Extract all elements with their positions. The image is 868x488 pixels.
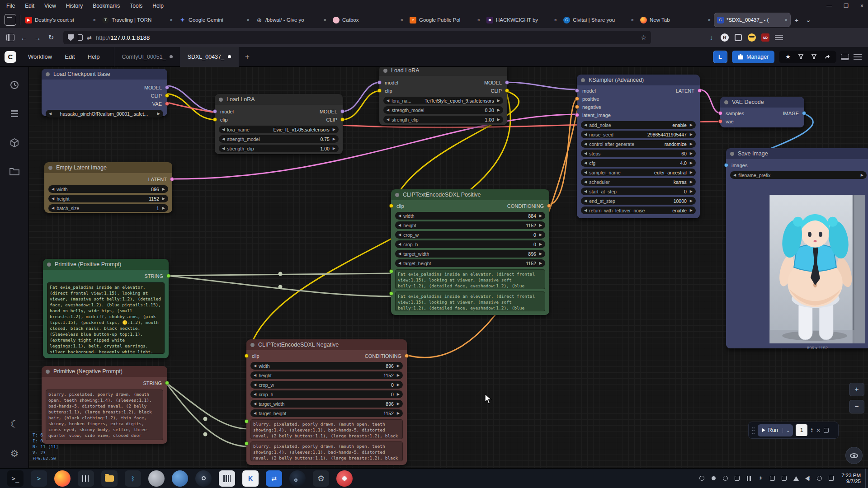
tab-catbox[interactable]: Catbox ×	[330, 13, 406, 27]
new-workflow-button[interactable]: +	[239, 52, 256, 61]
close-tab-icon[interactable]: ×	[631, 17, 634, 23]
text-l-preview[interactable]: Fat evie_paladins inside an elevator, (d…	[395, 291, 545, 311]
tray-monitor-icon[interactable]	[828, 475, 834, 481]
new-tab-button[interactable]: +	[791, 14, 802, 26]
close-tab-icon[interactable]: ×	[785, 17, 788, 23]
widget-control-after-generate[interactable]: control after generaterandomize	[581, 140, 696, 148]
node-load-lora-1[interactable]: Load LoRA modelMODEL clipCLIP lora_nameE…	[215, 94, 343, 154]
output-port-vae[interactable]	[165, 102, 169, 106]
collapse-dot-icon[interactable]	[46, 370, 50, 374]
collapse-dot-icon[interactable]	[395, 193, 399, 197]
tab-civitai[interactable]: C Civitai | Share you ×	[561, 13, 637, 27]
zoom-out-button[interactable]: −	[849, 400, 864, 413]
input-port-vae[interactable]	[718, 119, 722, 123]
widget-sampler-name[interactable]: sampler_nameeuler_ancestral	[581, 169, 696, 176]
settings-app-icon[interactable]: ⚙	[313, 470, 329, 487]
tray-user-icon[interactable]	[699, 475, 705, 481]
widget-return-with-leftover-noise[interactable]: return_with_leftover_noiseenable	[581, 206, 696, 214]
widget-noise-seed[interactable]: noise_seed298654411905447	[581, 131, 696, 138]
forward-button[interactable]: →	[31, 31, 44, 44]
tracking-shield-icon[interactable]	[68, 34, 74, 41]
widget-crop-w[interactable]: crop_w0	[395, 231, 545, 239]
tray-usb-icon[interactable]	[769, 475, 775, 481]
collapse-dot-icon[interactable]	[383, 69, 387, 73]
widget-width[interactable]: width884	[395, 212, 545, 220]
show-desktop-button[interactable]	[865, 469, 868, 488]
models-icon[interactable]	[6, 135, 23, 151]
widget-width[interactable]: width896	[48, 185, 168, 193]
widget-width[interactable]: width896	[250, 362, 403, 370]
input-port-clip[interactable]	[245, 354, 249, 358]
tray-paw-icon[interactable]	[711, 475, 717, 481]
custom-nodes-icon[interactable]	[798, 54, 804, 60]
widget-crop-h[interactable]: crop_h0	[250, 390, 403, 398]
positive-prompt-text[interactable]: Fat evie_paladins inside an elevator, (d…	[47, 282, 165, 354]
batch-count-input[interactable]: 1	[796, 424, 807, 436]
widget-target-height[interactable]: target_height1152	[250, 409, 403, 417]
menu-history[interactable]: History	[66, 3, 83, 9]
widget-lora-name[interactable]: lora_na...TeiTeiStyle_epoch_9.safetensor…	[383, 97, 503, 104]
queue-icon[interactable]	[6, 105, 23, 122]
file-manager-icon[interactable]	[101, 470, 118, 487]
tray-chat-icon[interactable]	[734, 475, 740, 481]
close-tab-icon[interactable]: ×	[324, 17, 326, 23]
widget-batch-size[interactable]: batch_size1	[48, 204, 168, 212]
widget-cfg[interactable]: cfg4.0	[581, 159, 696, 167]
node-save-image[interactable]: Save Image images filename_prefix	[726, 148, 868, 348]
output-port-clip[interactable]	[165, 94, 169, 98]
comfy-menu-icon[interactable]	[854, 54, 862, 60]
node-load-lora-2[interactable]: Load LoRA modelMODEL clipCLIP lora_na...…	[379, 67, 507, 125]
widget-target-width[interactable]: target_width896	[250, 400, 403, 408]
collapse-dot-icon[interactable]	[581, 78, 585, 82]
comfyui-logo[interactable]: C	[5, 51, 16, 63]
l-badge-button[interactable]: L	[713, 51, 727, 63]
settings-gear-icon[interactable]: ⚙	[6, 446, 23, 462]
bluetooth-icon[interactable]: ᛒ	[125, 470, 141, 487]
workflow-tab-sdxl-00437[interactable]: SDXL_00437_	[180, 47, 239, 67]
close-tab-icon[interactable]: ×	[554, 17, 557, 23]
widget-strength-model[interactable]: strength_model0.30	[383, 106, 503, 114]
url-bar[interactable]: ⇄ http://127.0.0.1:8188 ☆	[63, 31, 651, 44]
manager-button[interactable]: Manager	[732, 51, 774, 63]
steam-running-icon[interactable]	[289, 470, 306, 487]
output-port-string[interactable]	[166, 274, 170, 278]
menu-edit[interactable]: Edit	[25, 3, 34, 9]
output-port-model[interactable]	[505, 80, 509, 84]
input-port-text-g[interactable]	[245, 419, 249, 423]
clear-queue-icon[interactable]: ✕	[816, 427, 821, 434]
node-vae-decode[interactable]: VAE Decode samplesIMAGE vae	[720, 97, 804, 127]
collapse-dot-icon[interactable]	[47, 263, 51, 267]
input-port-clip[interactable]	[389, 204, 393, 208]
extension-r-icon[interactable]: R	[719, 32, 731, 43]
output-port-clip[interactable]	[340, 117, 344, 122]
extension-emoji-icon[interactable]	[746, 32, 758, 43]
menu-view[interactable]: View	[44, 3, 56, 9]
widget-add-noise[interactable]: add_noiseenable	[581, 121, 696, 129]
workflow-tab-comfyui-00051[interactable]: ComfyUI_00051_	[114, 47, 179, 67]
tray-updates-icon[interactable]	[816, 475, 822, 481]
input-port-text-l[interactable]	[245, 441, 249, 446]
tab-gemini[interactable]: ✦ Google Gemini ×	[176, 13, 252, 27]
toggle-link-visibility-button[interactable]	[845, 447, 863, 464]
media-app-icon[interactable]	[336, 470, 353, 487]
output-port-image[interactable]	[802, 111, 806, 115]
reload-button[interactable]: ↻	[44, 31, 58, 44]
output-port-model[interactable]	[340, 109, 344, 113]
tab-comfyui-active[interactable]: C *SDXL_00437_ - ( ×	[714, 13, 790, 27]
run-button[interactable]: Run ⌄	[758, 424, 793, 436]
widget-height[interactable]: height1152	[48, 195, 168, 202]
comfy-menu-help[interactable]: Help	[81, 53, 106, 60]
missing-nodes-icon[interactable]	[811, 54, 817, 60]
input-port-negative[interactable]	[575, 105, 579, 109]
firefox-taskbar-icon[interactable]	[54, 470, 71, 487]
extension-ud-icon[interactable]: UD	[760, 32, 771, 43]
tray-globe-icon[interactable]	[722, 475, 728, 481]
widget-strength-clip[interactable]: strength_clip1.00	[383, 116, 503, 123]
collapse-dot-icon[interactable]	[46, 72, 50, 76]
close-tab-icon[interactable]: ×	[477, 17, 480, 23]
permissions-icon[interactable]: ⇄	[87, 34, 92, 41]
output-port-clip[interactable]	[505, 89, 509, 93]
close-tab-icon[interactable]: ×	[170, 17, 173, 23]
collapse-dot-icon[interactable]	[724, 100, 728, 104]
widget-end-at-step[interactable]: end_at_step10000	[581, 197, 696, 205]
